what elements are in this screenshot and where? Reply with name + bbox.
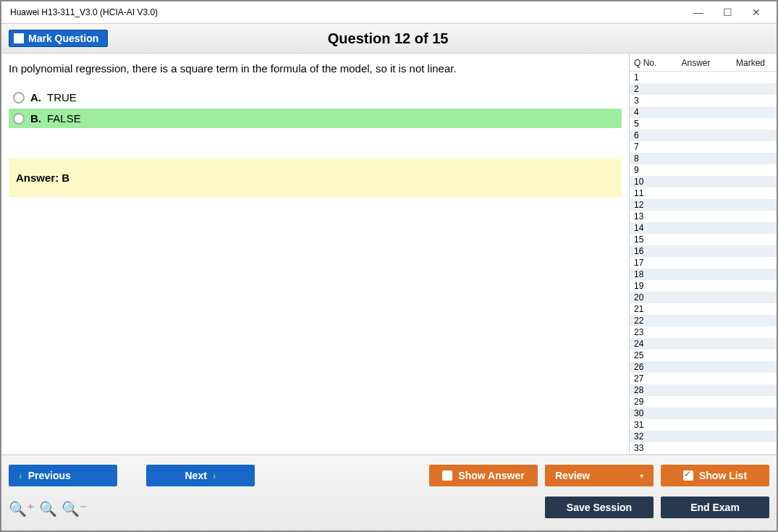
chevron-down-icon: ▾ xyxy=(640,472,643,480)
checkbox-checked-icon xyxy=(683,470,693,481)
list-item-qno: 11 xyxy=(634,188,663,198)
close-icon[interactable]: ✕ xyxy=(742,1,771,23)
radio-icon xyxy=(13,113,25,124)
list-item-qno: 28 xyxy=(634,385,663,395)
list-item[interactable]: 5 xyxy=(630,118,777,130)
end-exam-button[interactable]: End Exam xyxy=(661,497,769,518)
zoom-out-icon[interactable]: 🔍⁻ xyxy=(62,502,88,516)
list-item[interactable]: 28 xyxy=(630,384,777,396)
chevron-left-icon: ‹ xyxy=(19,470,22,481)
list-item[interactable]: 12 xyxy=(630,199,777,211)
col-qno: Q No. xyxy=(634,58,663,68)
list-item[interactable]: 19 xyxy=(630,280,777,292)
list-item-qno: 25 xyxy=(634,350,663,360)
list-item[interactable]: 29 xyxy=(630,396,777,408)
previous-label: Previous xyxy=(28,470,71,481)
list-item[interactable]: 11 xyxy=(630,187,777,199)
list-item[interactable]: 9 xyxy=(630,164,777,176)
question-counter: Question 12 of 15 xyxy=(108,30,668,47)
answer-label: Answer: B xyxy=(16,172,69,184)
previous-button[interactable]: ‹ Previous xyxy=(9,465,117,486)
list-item[interactable]: 15 xyxy=(630,234,777,245)
header: Mark Question Question 12 of 15 xyxy=(1,23,777,54)
zoom-reset-icon[interactable]: 🔍 xyxy=(39,502,57,516)
list-item[interactable]: 8 xyxy=(630,153,777,164)
list-item[interactable]: 22 xyxy=(630,315,777,326)
radio-icon xyxy=(13,92,25,104)
list-item-qno: 6 xyxy=(634,130,663,140)
option-a[interactable]: A. TRUE xyxy=(9,88,622,107)
list-item[interactable]: 14 xyxy=(630,222,777,234)
question-list[interactable]: 1234567891011121314151617181920212223242… xyxy=(630,72,777,455)
mark-question-button[interactable]: Mark Question xyxy=(9,30,108,47)
list-item-qno: 5 xyxy=(634,119,663,129)
list-item-qno: 2 xyxy=(634,84,663,94)
list-item[interactable]: 13 xyxy=(630,211,777,222)
maximize-icon[interactable]: ☐ xyxy=(713,1,742,23)
list-item-qno: 30 xyxy=(634,408,663,418)
list-item[interactable]: 34 xyxy=(630,454,777,455)
question-panel: In polynomial regression, there is a squ… xyxy=(1,54,629,455)
list-item[interactable]: 6 xyxy=(630,130,777,141)
list-item-qno: 14 xyxy=(634,223,663,233)
option-letter: A. xyxy=(30,91,41,104)
list-item[interactable]: 3 xyxy=(630,95,777,106)
col-answer: Answer xyxy=(663,58,729,68)
list-item-qno: 18 xyxy=(634,269,663,279)
list-item[interactable]: 20 xyxy=(630,292,777,303)
list-item-qno: 26 xyxy=(634,362,663,372)
next-label: Next xyxy=(185,470,206,481)
list-item[interactable]: 4 xyxy=(630,106,777,118)
list-item-qno: 12 xyxy=(634,200,663,210)
show-answer-label: Show Answer xyxy=(458,470,524,481)
list-item[interactable]: 27 xyxy=(630,373,777,384)
list-item[interactable]: 17 xyxy=(630,257,777,269)
footer: ‹ Previous Next › Show Answer Review ▾ S… xyxy=(1,455,777,531)
list-item[interactable]: 23 xyxy=(630,326,777,338)
save-session-button[interactable]: Save Session xyxy=(545,497,654,518)
list-item[interactable]: 30 xyxy=(630,408,777,419)
show-answer-button[interactable]: Show Answer xyxy=(429,465,538,486)
answer-box: Answer: B xyxy=(9,159,622,197)
show-list-button[interactable]: Show List xyxy=(661,465,769,486)
window-title: Huawei H13-311_V3.0 (HCIA-AI V3.0) xyxy=(7,7,684,17)
list-item[interactable]: 16 xyxy=(630,245,777,257)
list-item-qno: 19 xyxy=(634,281,663,291)
save-session-label: Save Session xyxy=(567,502,632,513)
list-item-qno: 10 xyxy=(634,177,663,187)
list-item[interactable]: 31 xyxy=(630,419,777,431)
list-item[interactable]: 10 xyxy=(630,176,777,187)
list-item-qno: 22 xyxy=(634,316,663,326)
minimize-icon[interactable]: — xyxy=(684,1,713,23)
zoom-in-icon[interactable]: 🔍⁺ xyxy=(9,502,35,516)
list-item-qno: 20 xyxy=(634,292,663,303)
question-list-header: Q No. Answer Marked xyxy=(630,54,777,72)
mark-question-label: Mark Question xyxy=(28,33,98,44)
list-item-qno: 4 xyxy=(634,107,663,117)
list-item[interactable]: 26 xyxy=(630,361,777,373)
list-item[interactable]: 18 xyxy=(630,269,777,280)
list-item[interactable]: 33 xyxy=(630,442,777,454)
list-item-qno: 13 xyxy=(634,211,663,221)
footer-row-1: ‹ Previous Next › Show Answer Review ▾ S… xyxy=(9,463,769,489)
review-label: Review xyxy=(555,470,590,481)
chevron-right-icon: › xyxy=(213,470,216,481)
list-item[interactable]: 2 xyxy=(630,83,777,95)
list-item[interactable]: 21 xyxy=(630,303,777,315)
review-button[interactable]: Review ▾ xyxy=(545,465,654,486)
show-list-label: Show List xyxy=(699,470,747,481)
option-b[interactable]: B. FALSE xyxy=(9,109,622,128)
next-button[interactable]: Next › xyxy=(146,465,255,486)
option-label: TRUE xyxy=(47,91,77,104)
list-item[interactable]: 25 xyxy=(630,350,777,361)
list-item-qno: 17 xyxy=(634,258,663,268)
list-item-qno: 16 xyxy=(634,246,663,256)
question-list-panel: Q No. Answer Marked 12345678910111213141… xyxy=(629,54,777,455)
list-item[interactable]: 1 xyxy=(630,72,777,83)
footer-row-2: 🔍⁺ 🔍 🔍⁻ Save Session End Exam xyxy=(9,494,769,520)
list-item[interactable]: 24 xyxy=(630,338,777,350)
list-item-qno: 1 xyxy=(634,72,663,83)
list-item-qno: 15 xyxy=(634,235,663,245)
list-item[interactable]: 7 xyxy=(630,141,777,153)
list-item[interactable]: 32 xyxy=(630,431,777,442)
